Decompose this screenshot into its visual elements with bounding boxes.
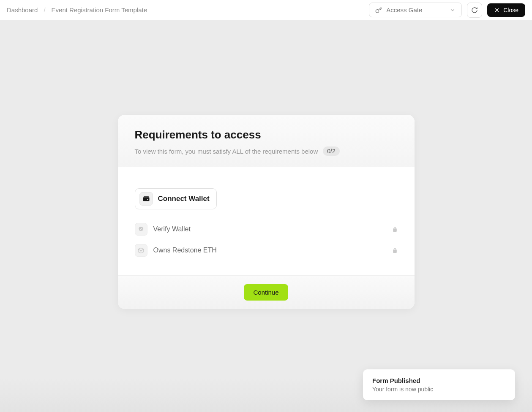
header-actions: Access Gate Close bbox=[369, 3, 525, 18]
access-gate-dropdown[interactable]: Access Gate bbox=[369, 3, 462, 17]
chevron-down-icon bbox=[450, 7, 456, 13]
close-button[interactable]: Close bbox=[487, 3, 525, 17]
card-title: Requirements to access bbox=[135, 128, 398, 141]
connect-wallet-label: Connect Wallet bbox=[158, 195, 210, 203]
refresh-icon bbox=[471, 7, 478, 14]
close-label: Close bbox=[503, 7, 518, 14]
breadcrumb-dashboard[interactable]: Dashboard bbox=[7, 6, 38, 14]
lock-icon bbox=[392, 248, 398, 253]
main-area: Requirements to access To view this form… bbox=[0, 20, 532, 412]
requirement-label: Verify Wallet bbox=[153, 225, 191, 233]
wallet-icon bbox=[139, 192, 153, 206]
requirement-row-owns: Owns Redstone ETH bbox=[135, 241, 398, 259]
header: Dashboard / Event Registration Form Temp… bbox=[0, 0, 532, 20]
breadcrumb-current[interactable]: Event Registration Form Template bbox=[52, 6, 147, 14]
breadcrumb: Dashboard / Event Registration Form Temp… bbox=[7, 6, 147, 14]
card-subtitle: To view this form, you must satisfy ALL … bbox=[135, 148, 318, 155]
cube-icon bbox=[135, 244, 147, 257]
access-gate-label: Access Gate bbox=[386, 6, 422, 14]
connect-wallet-button[interactable]: Connect Wallet bbox=[135, 188, 217, 209]
requirement-row-verify: Verify Wallet bbox=[135, 220, 398, 238]
lock-icon bbox=[392, 227, 398, 232]
toast-title: Form Published bbox=[372, 377, 506, 384]
card-footer: Continue bbox=[118, 275, 415, 309]
refresh-button[interactable] bbox=[467, 3, 482, 18]
key-icon bbox=[375, 7, 382, 14]
card-body: Connect Wallet Verify Wallet bbox=[118, 167, 415, 275]
toast-notification[interactable]: Form Published Your form is now public bbox=[363, 369, 515, 400]
card-header: Requirements to access To view this form… bbox=[118, 115, 415, 167]
breadcrumb-separator: / bbox=[44, 6, 45, 14]
requirements-card: Requirements to access To view this form… bbox=[118, 115, 415, 309]
requirement-label: Owns Redstone ETH bbox=[153, 247, 217, 254]
continue-button[interactable]: Continue bbox=[244, 284, 288, 301]
close-icon bbox=[494, 7, 500, 13]
toast-body: Your form is now public bbox=[372, 386, 506, 393]
verify-icon bbox=[135, 223, 147, 236]
progress-badge: 0/2 bbox=[323, 146, 339, 156]
